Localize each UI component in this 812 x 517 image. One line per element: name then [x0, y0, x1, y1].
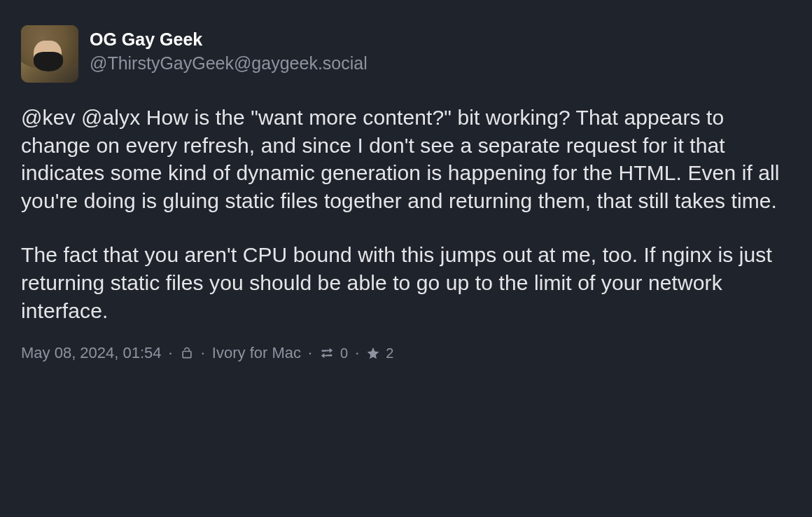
separator: · [355, 344, 359, 362]
visibility-unlisted-icon [180, 346, 194, 360]
client-name[interactable]: Ivory for Mac [212, 344, 301, 362]
favorite-count: 2 [386, 345, 393, 361]
mention-link[interactable]: @alyx [81, 106, 140, 129]
display-name: OG Gay Geek [90, 28, 368, 51]
post-meta: May 08, 2024, 01:54 · · Ivory for Mac · … [21, 344, 791, 362]
separator: · [308, 344, 312, 362]
author-handle: @ThirstyGayGeek@gaygeek.social [90, 51, 368, 76]
mention-link[interactable]: @kev [21, 106, 76, 129]
timestamp[interactable]: May 08, 2024, 01:54 [21, 344, 162, 362]
star-icon [366, 346, 380, 360]
author-names[interactable]: OG Gay Geek @ThirstyGayGeek@gaygeek.soci… [90, 25, 368, 76]
avatar[interactable] [21, 25, 78, 83]
favorite-count-group[interactable]: 2 [366, 345, 393, 361]
boost-count-group[interactable]: 0 [319, 345, 348, 361]
content-paragraph: The fact that you aren't CPU bound with … [21, 241, 791, 324]
post-header: OG Gay Geek @ThirstyGayGeek@gaygeek.soci… [21, 25, 791, 83]
post: OG Gay Geek @ThirstyGayGeek@gaygeek.soci… [0, 0, 812, 383]
separator: · [201, 344, 205, 362]
content-paragraph: @kev @alyx How is the "want more content… [21, 104, 791, 214]
boost-count: 0 [340, 345, 348, 361]
separator: · [169, 344, 173, 362]
boost-icon [319, 346, 335, 360]
post-content: @kev @alyx How is the "want more content… [21, 104, 791, 324]
